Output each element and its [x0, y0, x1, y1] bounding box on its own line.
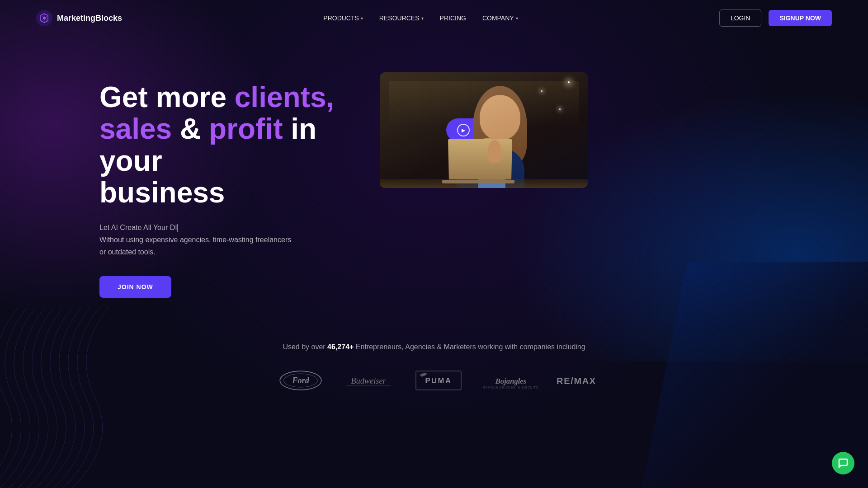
laptop-lid: [448, 139, 512, 180]
svg-text:Budweiser: Budweiser: [351, 376, 386, 385]
typing-cursor: [177, 224, 178, 232]
person-scene: [380, 72, 588, 188]
nav-products[interactable]: PRODUCTS ▾: [323, 14, 363, 22]
brand-logos: Ford Budweiser PUMA Bojangles FAMOUS CHI…: [36, 369, 832, 392]
chat-button[interactable]: [832, 452, 854, 474]
svg-text:PUMA: PUMA: [425, 376, 452, 385]
laptop-base: [442, 180, 514, 183]
bokeh-light-1: [568, 81, 570, 83]
logo[interactable]: MarketingBlocks: [36, 10, 122, 26]
person-head: [480, 95, 520, 140]
hero-highlight-profit: profit: [209, 113, 283, 145]
video-scene: [380, 72, 588, 188]
chat-icon: [838, 458, 849, 469]
nav-actions: LOGIN SIGNUP NOW: [719, 9, 832, 27]
svg-text:Bojangles: Bojangles: [495, 377, 527, 385]
company-chevron-icon: ▾: [516, 16, 518, 21]
hero-title: Get more clients, sales & profit in your…: [99, 81, 353, 209]
brand-bojangles: Bojangles FAMOUS CHICKEN 'N BISCUITS: [481, 369, 527, 392]
brand-budweiser: Budweiser: [341, 369, 387, 392]
brand-name: MarketingBlocks: [57, 14, 122, 23]
brand-remax: RE/MAX: [554, 369, 590, 392]
person-hand: [488, 140, 501, 163]
hero-subtitle: Let AI Create All Your DI Without using …: [99, 221, 353, 258]
resources-chevron-icon: ▾: [421, 16, 424, 21]
nav-links: PRODUCTS ▾ RESOURCES ▾ PRICING COMPANY ▾: [323, 14, 518, 22]
svg-text:FAMOUS CHICKEN 'N BISCUITS: FAMOUS CHICKEN 'N BISCUITS: [483, 386, 538, 389]
social-proof-text: Used by over 46,274+ Entrepreneurs, Agen…: [36, 343, 832, 351]
hero-video: ▶ Watch Intro: [380, 72, 588, 188]
svg-text:RE/MAX: RE/MAX: [557, 376, 596, 386]
social-proof-section: Used by over 46,274+ Entrepreneurs, Agen…: [0, 343, 868, 392]
bokeh-light-3: [559, 108, 561, 110]
user-count: 46,274+: [327, 343, 354, 351]
svg-point-1: [43, 17, 46, 19]
logo-icon: [36, 10, 52, 26]
products-chevron-icon: ▾: [361, 16, 363, 21]
login-button[interactable]: LOGIN: [719, 9, 762, 27]
bg-curve-lines: [0, 307, 136, 488]
nav-pricing[interactable]: PRICING: [440, 14, 466, 22]
video-frame: [380, 72, 588, 188]
signup-button[interactable]: SIGNUP NOW: [769, 10, 832, 26]
brand-ford: Ford: [278, 369, 314, 392]
svg-text:Ford: Ford: [292, 376, 310, 385]
bokeh-light-2: [541, 90, 542, 92]
play-icon: ▶: [457, 124, 470, 136]
brand-puma: PUMA: [414, 369, 454, 392]
join-now-button[interactable]: JOIN NOW: [99, 276, 171, 298]
nav-company[interactable]: COMPANY ▾: [482, 14, 518, 22]
hero-section: Get more clients, sales & profit in your…: [0, 36, 868, 316]
navbar: MarketingBlocks PRODUCTS ▾ RESOURCES ▾ P…: [0, 0, 868, 36]
nav-resources[interactable]: RESOURCES ▾: [379, 14, 424, 22]
hero-content: Get more clients, sales & profit in your…: [99, 72, 353, 298]
